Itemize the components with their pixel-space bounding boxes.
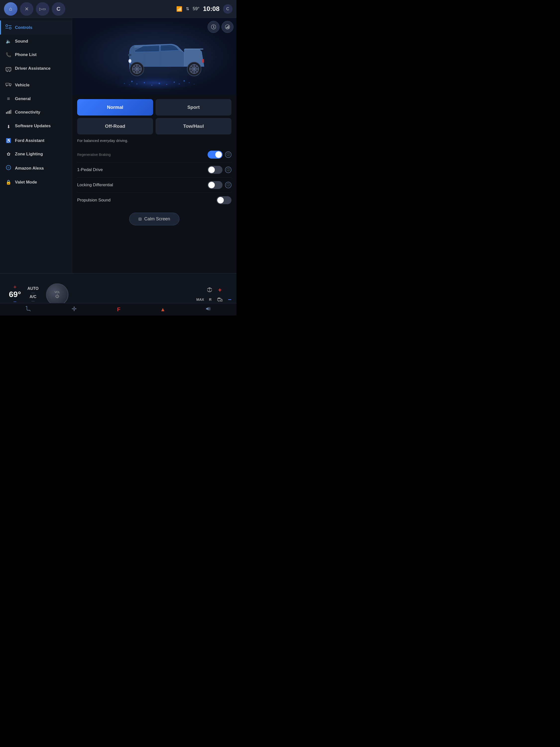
wifi-icon: 📶: [176, 6, 182, 12]
towhaul-mode-button[interactable]: Tow/Haul: [156, 118, 232, 134]
sidebar-item-valet[interactable]: 🔒 Valet Mode: [0, 176, 72, 189]
propulsion-toggle-switch[interactable]: [216, 196, 232, 204]
car-image-area: F: [72, 18, 236, 95]
sidebar-item-ford[interactable]: ♿ Ford Assistant: [0, 134, 72, 148]
status-indicators: 📶 ⇅ 59° 10:08 C: [176, 4, 233, 14]
hvac-ac-label: A/C: [30, 294, 36, 299]
vehicle-label: Vehicle: [15, 83, 30, 88]
hvac-rear-icon[interactable]: R: [209, 298, 212, 302]
lockdiff-label: Locking Differential: [77, 182, 113, 187]
software-icon: ⬇: [5, 124, 12, 129]
svg-point-19: [166, 84, 167, 85]
svg-rect-54: [227, 26, 228, 28]
phone-label: Phone List: [15, 52, 36, 57]
hvac-top-icons: +: [206, 286, 221, 294]
normal-mode-button[interactable]: Normal: [77, 99, 153, 115]
drive-mode-selector: Normal Sport Off-Road Tow/Haul: [72, 95, 236, 136]
status-bar: ⌂ ✕ ▷▭ C 📶 ⇅ 59° 10:08 C: [0, 0, 236, 18]
ford-icon: ♿: [5, 138, 12, 144]
sidebar-item-driver[interactable]: Driver Assistance: [0, 61, 72, 78]
carplay-button[interactable]: C: [52, 2, 65, 16]
lockdiff-info-button[interactable]: ⓘ: [225, 182, 232, 188]
onepedal-label: 1-Pedal Drive: [77, 167, 103, 172]
onepedal-toggle-switch[interactable]: [208, 166, 222, 174]
media-button[interactable]: ▷▭: [36, 2, 49, 16]
svg-rect-55: [228, 26, 229, 28]
hvac-right-controls: + MAX R −: [196, 286, 232, 303]
svg-point-25: [189, 82, 190, 83]
regen-label: Regenerative Braking: [77, 153, 111, 157]
calm-screen-button[interactable]: ⊟ Calm Screen: [129, 213, 179, 225]
hazard-icon[interactable]: ▲: [160, 306, 165, 313]
unit-button[interactable]: C: [223, 4, 233, 14]
sidebar-item-general[interactable]: ≡ General: [0, 92, 72, 106]
valet-label: Valet Mode: [15, 180, 37, 185]
sport-mode-button[interactable]: Sport: [156, 99, 232, 115]
svg-rect-3: [6, 83, 9, 85]
hvac-dash2: —: [31, 299, 34, 303]
regen-toggle-right: ⓘ: [208, 151, 232, 159]
settings-toggles: Regenerative Braking ⓘ 1-Pedal Drive ⓘ L…: [72, 146, 236, 209]
svg-point-14: [131, 81, 133, 82]
general-label: General: [15, 96, 31, 101]
lockdiff-toggle-row: Locking Differential ⓘ: [77, 178, 232, 193]
temperature-display: 59°: [193, 6, 199, 11]
close-button[interactable]: ✕: [20, 2, 33, 16]
lockdiff-toggle-switch[interactable]: [208, 181, 222, 189]
propulsion-label: Propulsion Sound: [77, 198, 110, 203]
svg-point-18: [159, 83, 160, 84]
home-button[interactable]: ⌂: [4, 2, 18, 16]
sidebar-item-software[interactable]: ⬇ Software Updates: [0, 119, 72, 134]
seat-icon[interactable]: [25, 306, 31, 313]
controls-icon: [5, 24, 12, 31]
sound-label: Sound: [15, 39, 28, 44]
hvac-max-label[interactable]: MAX: [196, 298, 204, 302]
hvac-temp-control: + 69° −: [5, 284, 25, 305]
sidebar-item-connectivity[interactable]: Connectivity: [0, 106, 72, 119]
audio-icon[interactable]: [205, 306, 212, 312]
alexa-label: Amazon Alexa: [15, 166, 44, 171]
sidebar-item-phone[interactable]: 📞 Phone List: [0, 48, 72, 61]
svg-point-22: [183, 80, 185, 82]
sidebar-item-zone[interactable]: ✿ Zone Lighting: [0, 148, 72, 161]
valet-icon: 🔒: [5, 180, 12, 185]
svg-point-21: [179, 83, 180, 84]
hvac-dash1: —: [31, 291, 34, 294]
general-icon: ≡: [5, 96, 12, 102]
chart-button[interactable]: [221, 21, 234, 33]
controls-label: Controls: [15, 25, 32, 30]
regen-toggle-switch[interactable]: [208, 151, 222, 159]
drive-mode-description: For balanced everyday driving.: [72, 136, 236, 146]
svg-point-17: [151, 85, 152, 86]
car-control-buttons: [208, 21, 234, 33]
propulsion-toggle-row: Propulsion Sound: [77, 193, 232, 208]
sidebar-item-alexa[interactable]: Amazon Alexa: [0, 161, 72, 176]
hvac-plus-button[interactable]: +: [14, 284, 17, 290]
sidebar-item-vehicle[interactable]: Vehicle: [0, 78, 72, 92]
svg-point-23: [124, 83, 125, 84]
volume-knob[interactable]: VOL ⏻: [46, 283, 69, 306]
hvac-right-minus[interactable]: −: [228, 296, 232, 303]
sidebar-item-sound[interactable]: 🔈 Sound: [0, 34, 72, 48]
hvac-mode-display: AUTO — A/C —: [27, 286, 38, 303]
svg-point-0: [6, 25, 8, 27]
wrench-button[interactable]: [208, 21, 219, 33]
svg-point-31: [129, 59, 131, 62]
calm-screen-section: ⊟ Calm Screen: [72, 209, 236, 230]
seat-heat-icon[interactable]: [216, 296, 223, 303]
hvac-right-plus[interactable]: +: [218, 287, 221, 293]
ford-icon-bottom[interactable]: F: [117, 306, 120, 313]
svg-rect-9: [9, 110, 10, 114]
svg-point-5: [6, 85, 7, 86]
regen-info-button[interactable]: ⓘ: [225, 151, 232, 158]
zone-label: Zone Lighting: [15, 152, 43, 157]
sidebar-item-controls[interactable]: Controls: [0, 20, 72, 34]
offroad-mode-button[interactable]: Off-Road: [77, 118, 153, 134]
svg-point-20: [174, 82, 175, 83]
hvac-defrost-icon[interactable]: [206, 286, 213, 294]
onepedal-info-button[interactable]: ⓘ: [225, 166, 232, 173]
fan-icon[interactable]: [71, 306, 77, 313]
lockdiff-toggle-right: ⓘ: [208, 181, 232, 189]
vehicle-icon: [5, 82, 12, 88]
svg-rect-10: [10, 110, 11, 114]
